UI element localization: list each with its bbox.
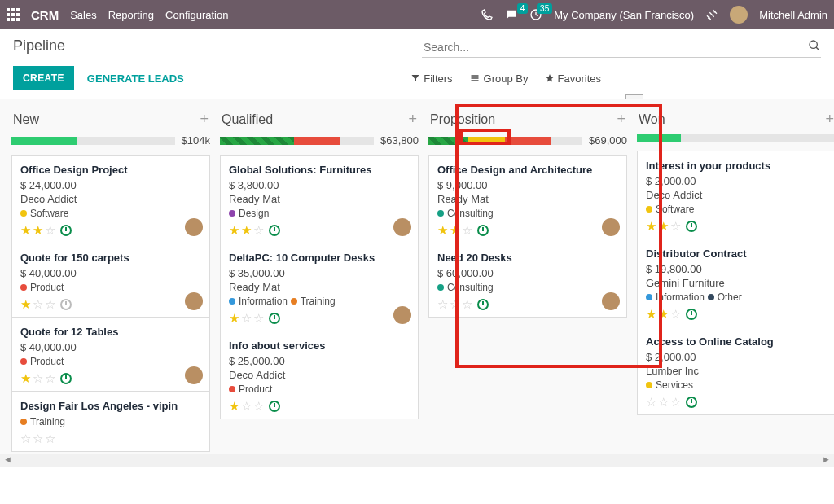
star-icon[interactable]: ☆ xyxy=(45,372,55,384)
star-icon[interactable]: ★ xyxy=(437,224,448,236)
star-icon[interactable]: ★ xyxy=(658,308,669,320)
star-icon[interactable]: ☆ xyxy=(658,396,669,408)
star-icon[interactable]: ★ xyxy=(229,224,239,236)
column-title[interactable]: Proposition xyxy=(430,112,617,127)
activity-clock-icon[interactable] xyxy=(60,299,72,310)
star-icon[interactable]: ★ xyxy=(241,224,252,236)
kanban-card[interactable]: DeltaPC: 10 Computer Desks$ 35,000.00Rea… xyxy=(220,243,419,331)
activity-clock-icon[interactable] xyxy=(269,225,280,236)
card-amount: $ 19,800.00 xyxy=(646,263,827,275)
star-icon[interactable]: ☆ xyxy=(33,432,43,445)
column-add-icon[interactable]: + xyxy=(200,111,208,128)
star-icon[interactable]: ★ xyxy=(646,220,656,232)
activity-clock-icon[interactable] xyxy=(686,221,697,232)
star-icon[interactable]: ★ xyxy=(33,224,43,236)
kanban-card[interactable]: Design Fair Los Angeles - vipin Training… xyxy=(11,392,210,452)
star-icon[interactable]: ★ xyxy=(646,308,656,320)
star-icon[interactable]: ☆ xyxy=(437,298,448,310)
assignee-avatar[interactable] xyxy=(602,292,620,310)
generate-leads-button[interactable]: GENERATE LEADS xyxy=(87,72,184,85)
star-icon[interactable]: ☆ xyxy=(670,220,681,232)
assignee-avatar[interactable] xyxy=(185,218,203,236)
progress-bar[interactable] xyxy=(428,137,582,145)
kanban-card[interactable]: Quote for 12 Tables$ 40,000.00 Product ★… xyxy=(11,318,210,392)
star-icon[interactable]: ★ xyxy=(450,224,460,236)
star-icon[interactable]: ☆ xyxy=(33,372,43,384)
favorites-button[interactable]: Favorites xyxy=(545,72,601,85)
assignee-avatar[interactable] xyxy=(185,292,203,310)
kanban-card[interactable]: Info about services$ 25,000.00Deco Addic… xyxy=(220,331,419,419)
star-icon[interactable]: ☆ xyxy=(670,396,681,408)
star-icon[interactable]: ☆ xyxy=(45,298,55,310)
star-icon[interactable]: ★ xyxy=(229,312,239,324)
kanban-card[interactable]: Interest in your products$ 2,000.00Deco … xyxy=(637,151,834,239)
star-icon[interactable]: ☆ xyxy=(33,298,43,310)
activity-clock-icon[interactable] xyxy=(60,225,72,236)
brand[interactable]: CRM xyxy=(31,8,59,22)
star-icon[interactable]: ★ xyxy=(20,224,31,236)
column-title[interactable]: Qualified xyxy=(222,112,408,127)
star-icon[interactable]: ☆ xyxy=(253,312,264,324)
assignee-avatar[interactable] xyxy=(185,366,203,384)
apps-icon[interactable] xyxy=(7,8,20,21)
activity-clock-icon[interactable] xyxy=(477,225,489,236)
progress-bar[interactable] xyxy=(11,137,175,145)
star-icon[interactable]: ☆ xyxy=(241,312,252,324)
search-icon[interactable] xyxy=(808,39,821,52)
star-icon[interactable]: ☆ xyxy=(646,396,656,408)
nav-link-sales[interactable]: Sales xyxy=(70,9,97,21)
kanban-card[interactable]: Distributor Contract$ 19,800.00Gemini Fu… xyxy=(637,239,834,327)
column-add-icon[interactable]: + xyxy=(617,111,626,128)
phone-icon[interactable] xyxy=(481,8,494,21)
star-icon[interactable]: ☆ xyxy=(20,432,31,445)
star-icon[interactable]: ☆ xyxy=(241,400,252,412)
star-icon[interactable]: ★ xyxy=(20,372,31,384)
star-icon[interactable]: ☆ xyxy=(450,298,460,310)
nav-link-configuration[interactable]: Configuration xyxy=(165,9,228,21)
column-add-icon[interactable]: + xyxy=(408,111,417,128)
star-icon[interactable]: ☆ xyxy=(45,432,55,445)
column-add-icon[interactable]: + xyxy=(825,111,834,128)
star-icon[interactable]: ★ xyxy=(658,220,669,232)
assignee-avatar[interactable] xyxy=(393,306,411,324)
groupby-button[interactable]: Group By xyxy=(469,72,529,85)
column-title[interactable]: New xyxy=(13,112,200,127)
messages-icon[interactable]: 4 xyxy=(505,8,518,21)
progress-bar[interactable] xyxy=(220,137,374,145)
activity-clock-icon[interactable] xyxy=(686,309,697,320)
kanban-card[interactable]: Office Design Project$ 24,000.00Deco Add… xyxy=(11,155,210,243)
star-icon[interactable]: ☆ xyxy=(253,400,264,412)
user-name[interactable]: Mitchell Admin xyxy=(759,9,827,21)
star-icon[interactable]: ☆ xyxy=(670,308,681,320)
nav-link-reporting[interactable]: Reporting xyxy=(108,9,154,21)
search-input[interactable] xyxy=(422,37,821,58)
company-switcher[interactable]: My Company (San Francisco) xyxy=(554,9,694,21)
user-avatar[interactable] xyxy=(730,6,748,24)
kanban-card[interactable]: Office Design and Architecture$ 9,000.00… xyxy=(428,155,627,243)
debug-icon[interactable] xyxy=(705,8,718,21)
star-icon[interactable]: ☆ xyxy=(45,224,55,236)
activity-clock-icon[interactable] xyxy=(269,313,280,324)
assignee-avatar[interactable] xyxy=(393,218,411,236)
activity-clock-icon[interactable] xyxy=(269,401,280,412)
kanban-card[interactable]: Access to Online Catalog$ 2,000.00Lumber… xyxy=(637,327,834,415)
filters-button[interactable]: Filters xyxy=(410,72,452,85)
progress-bar[interactable] xyxy=(637,134,834,142)
activities-icon[interactable]: 35 xyxy=(529,8,542,21)
star-icon[interactable]: ☆ xyxy=(462,298,472,310)
horizontal-scrollbar[interactable]: ◄► xyxy=(0,454,834,467)
column-title[interactable]: Won xyxy=(639,112,825,127)
column-progress xyxy=(637,134,834,142)
activity-clock-icon[interactable] xyxy=(686,397,697,408)
kanban-card[interactable]: Global Solutions: Furnitures$ 3,800.00Re… xyxy=(220,155,419,243)
star-icon[interactable]: ★ xyxy=(20,298,31,310)
star-icon[interactable]: ☆ xyxy=(253,224,264,236)
star-icon[interactable]: ★ xyxy=(229,400,239,412)
kanban-card[interactable]: Quote for 150 carpets$ 40,000.00 Product… xyxy=(11,243,210,318)
kanban-card[interactable]: Need 20 Desks$ 60,000.00 Consulting ☆☆☆ xyxy=(428,243,627,318)
assignee-avatar[interactable] xyxy=(602,218,620,236)
activity-clock-icon[interactable] xyxy=(477,299,489,310)
create-button[interactable]: CREATE xyxy=(13,66,74,90)
activity-clock-icon[interactable] xyxy=(60,373,72,384)
star-icon[interactable]: ☆ xyxy=(462,224,472,236)
